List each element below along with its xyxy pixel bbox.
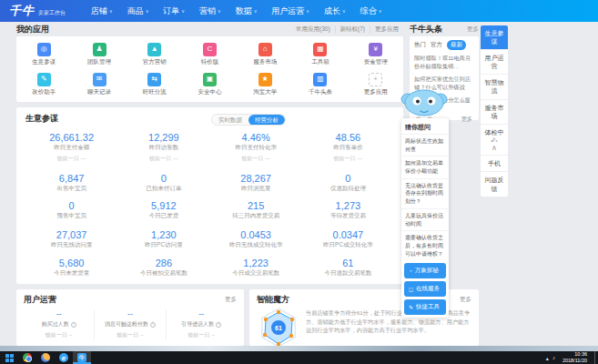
stat-cell[interactable]: 1,230昨日PC访问量: [117, 229, 209, 258]
nav-item-shop[interactable]: 店铺∨: [91, 5, 113, 17]
news-item[interactable]: 限时领取！双11电商月份补贴领取集锦…: [414, 54, 474, 71]
clock-time: 10:36: [563, 351, 587, 358]
stat-cell[interactable]: 48.56昨日客单价较前一日 —: [302, 132, 394, 173]
app-logo[interactable]: 千牛 卖家工作台: [9, 3, 66, 19]
stat-cell[interactable]: 0.0453昨日无线成交转化率: [210, 229, 302, 258]
stat-cell[interactable]: 0已拍未付订单: [117, 173, 209, 200]
app-item-price-helper[interactable]: ✎改价助手: [16, 69, 72, 99]
stat-cell[interactable]: 28,267昨日浏览量: [210, 173, 302, 200]
stat-cell[interactable]: 286今日被拍交易笔数: [117, 258, 209, 285]
link-more-apps[interactable]: 更多应用: [370, 25, 403, 34]
stat-label: 今日未发货量: [25, 269, 117, 278]
app-item-marketing[interactable]: ▲官方营销: [127, 39, 182, 69]
assistant-question[interactable]: 儿童玩具保价活动时间: [401, 208, 449, 230]
stat-cell[interactable]: 0仅退款待处理: [302, 173, 394, 200]
toggle-analysis[interactable]: 经营分析: [248, 115, 285, 126]
app-item-sycm[interactable]: ◎生意参谋: [16, 39, 72, 69]
dock-item-sycm[interactable]: 生意参谋: [481, 25, 508, 50]
nav-item-goods[interactable]: 商品∨: [127, 5, 149, 17]
info-icon[interactable]: i: [150, 322, 156, 328]
stat-cell[interactable]: 27,037昨日无线访问量: [25, 229, 117, 258]
app-item-chat-split[interactable]: ⇆旺旺分流: [127, 69, 182, 99]
dock-item-user-ops[interactable]: 用户运营: [481, 50, 508, 75]
app-item-tejia[interactable]: C特价版: [182, 39, 238, 69]
app-item-security[interactable]: ▣安全中心: [182, 69, 238, 99]
volume-icon[interactable]: ♪: [552, 355, 555, 360]
app-label: 官方营销: [143, 58, 167, 66]
user-ops-more-link[interactable]: 更多: [225, 296, 237, 304]
app-item-team[interactable]: ♟团队管理: [72, 39, 127, 69]
link-new-privileges[interactable]: 新特权(7): [335, 25, 370, 34]
nav-item-user-ops[interactable]: 用户运营∨: [271, 5, 309, 17]
stat-cell[interactable]: 5,912今日已发货: [117, 200, 209, 229]
info-icon[interactable]: i: [216, 322, 221, 328]
chrome-icon[interactable]: [18, 351, 36, 364]
user-ops-stat[interactable]: -- 购买过人数i 较前一日 --: [24, 309, 94, 339]
dock-item-logistics[interactable]: 智慧物流: [481, 75, 508, 99]
app-item-taobao-univ[interactable]: ★淘宝大学: [238, 69, 293, 99]
assistant-question[interactable]: 无法确认收货是否存在到期时间划分？: [401, 178, 449, 208]
app-item-headlines[interactable]: ▥千牛头条: [293, 69, 349, 99]
firefox-icon[interactable]: [36, 351, 55, 364]
news-tab-hot[interactable]: 热门: [414, 41, 426, 49]
stat-cell[interactable]: 1,223今日成交交易笔数: [210, 258, 302, 285]
nav-item-growth[interactable]: 成长∨: [324, 5, 346, 17]
news-more-link[interactable]: 更多: [467, 25, 479, 34]
user-ops-stat[interactable]: -- 引导进店人数i 较前一日 --: [166, 309, 237, 339]
app-item-chat-log[interactable]: ✉聊天记录: [72, 69, 127, 99]
assistant-explore-button[interactable]: ◔万象探秘: [404, 263, 446, 278]
dock-item-service-market[interactable]: 服务市场: [481, 100, 508, 125]
chevron-down-icon: ∨: [254, 8, 258, 14]
stat-cell[interactable]: 215待三日内发货交易: [210, 200, 302, 229]
stat-cell[interactable]: 12,299昨日访客数较前一日 —: [117, 132, 209, 173]
stat-cell[interactable]: 5,680今日未发货量: [25, 258, 117, 285]
stat-cell[interactable]: 0.0347昨日PC成交转化率: [302, 229, 394, 258]
show-desktop-button[interactable]: [594, 351, 598, 364]
radar-chart[interactable]: 61: [258, 307, 299, 349]
nav-item-marketing[interactable]: 营销∨: [199, 5, 221, 17]
taskbar-clock[interactable]: 10:36 2018/11/20: [563, 351, 587, 364]
qianniu-taskbar-icon[interactable]: 牛: [73, 351, 91, 364]
ie-icon[interactable]: e: [55, 351, 73, 364]
stat-label: 预售中宝贝: [25, 212, 117, 220]
news-tab-latest[interactable]: 最新: [447, 40, 466, 50]
assistant-question[interactable]: 如何添加交易单保价小额功能: [401, 156, 449, 177]
stat-label: 出售中宝贝: [25, 185, 117, 193]
stat-cell[interactable]: 61今日退款交易笔数: [302, 258, 394, 285]
stat-cell[interactable]: 6,847出售中宝贝: [25, 173, 117, 200]
stat-cell[interactable]: 1,273等待发货交易: [302, 200, 394, 229]
collapse-icon[interactable]: ∧: [481, 142, 508, 156]
link-common-apps[interactable]: 常用应用(30): [291, 25, 335, 34]
smart-cube-more-link[interactable]: 更多: [460, 296, 471, 304]
info-icon[interactable]: i: [71, 322, 76, 328]
stat-label: 今日被拍交易笔数: [117, 269, 209, 278]
assistant-question[interactable]: 需要确认收货之后，有多长时间可以申请维权？: [401, 230, 449, 260]
nav-item-misc[interactable]: 综合∨: [360, 5, 382, 17]
stat-cell[interactable]: 26,661.32昨日支付金额较前一日 —: [25, 132, 117, 173]
stat-cell[interactable]: 0预售中宝贝: [25, 200, 117, 229]
toggle-realtime[interactable]: 实时数据: [212, 115, 248, 126]
user-ops-head: 用户运营 更多: [24, 294, 237, 306]
app-item-more[interactable]: +更多应用: [348, 69, 403, 99]
nav-item-orders[interactable]: 订单∨: [163, 5, 185, 17]
news-tab-official[interactable]: 官方: [431, 41, 442, 49]
tray-expand-icon[interactable]: ▴: [546, 355, 549, 361]
assistant-question[interactable]: 商标状态生效如何查: [401, 134, 449, 156]
start-button[interactable]: [0, 351, 18, 364]
icon-glyph: +: [373, 76, 378, 83]
quick-tools-button[interactable]: ✎快捷工具: [404, 299, 446, 315]
stat-label: 今日成交交易笔数: [210, 269, 302, 278]
online-service-button[interactable]: ◻在线服务: [404, 281, 446, 297]
mascot-elephant-icon[interactable]: [400, 85, 448, 119]
stat-cell[interactable]: 4.46%昨日支付转化率较前一日 —: [210, 132, 302, 173]
dock-item-mobile[interactable]: 手机: [481, 156, 508, 172]
dock-item-feedback[interactable]: 问题反馈: [481, 172, 508, 196]
app-item-service-market[interactable]: ⌂服务市场: [238, 39, 293, 69]
user-ops-stat[interactable]: -- 消息可触达粉丝数i 较前一日 --: [94, 309, 165, 339]
nav-item-label: 商品: [127, 5, 144, 17]
app-item-funds[interactable]: ¥资金管理: [348, 39, 403, 69]
qianniu-workbench: 千牛 卖家工作台 店铺∨ 商品∨ 订单∨ 营销∨ 数据∨ 用户运营∨ 成长∨ 综…: [0, 0, 598, 364]
app-item-toolbox[interactable]: ▦工具箱: [293, 39, 349, 69]
nav-item-data[interactable]: 数据∨: [236, 5, 258, 17]
news-more-footer-link[interactable]: 更多: [461, 116, 472, 124]
